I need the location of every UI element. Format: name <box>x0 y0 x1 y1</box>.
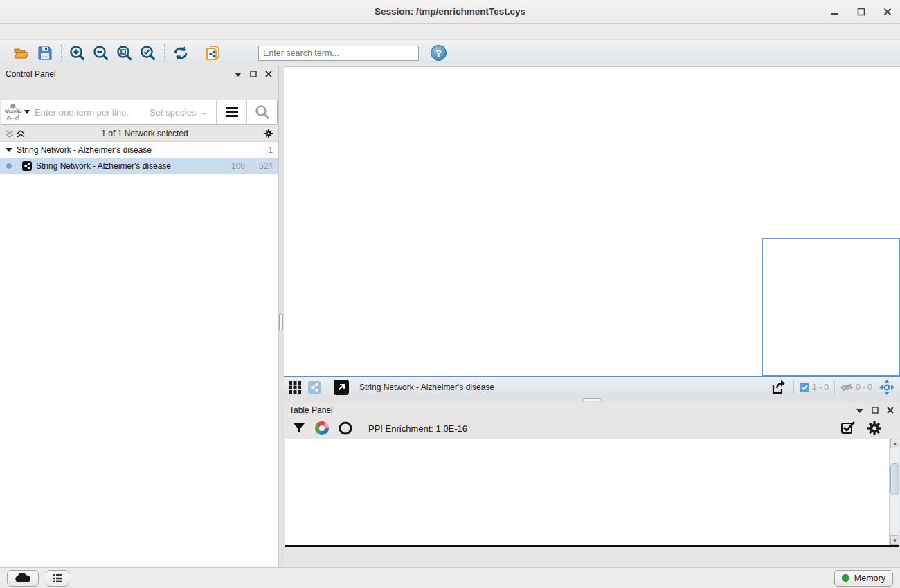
species-hint: Set species → <box>150 100 216 124</box>
main-toolbar: ? <box>0 40 900 66</box>
table-scrollbar[interactable]: ▲ ▼ <box>889 439 899 545</box>
pan-tool-icon[interactable] <box>878 378 896 396</box>
panel-float-icon[interactable] <box>871 406 879 414</box>
selected-count-badge: 1 - 0 <box>800 383 829 392</box>
cytoscape-window: Session: /tmp/enrichmentTest.cys <box>0 0 900 588</box>
string-query-input[interactable] <box>32 100 150 124</box>
task-list-button[interactable] <box>46 570 69 587</box>
network-tree: String Network - Alzheimer's disease 1 S… <box>0 142 278 174</box>
current-network-dot <box>6 163 12 169</box>
network-type-icon <box>22 161 32 171</box>
tree-expander-icon[interactable] <box>6 147 12 153</box>
network-view-title: String Network - Alzheimer's disease <box>359 383 764 392</box>
collapse-all-icon[interactable] <box>6 129 14 138</box>
filter-icon[interactable] <box>292 421 306 435</box>
control-panel-tabs <box>0 82 278 98</box>
network-from-file-icon[interactable] <box>204 44 223 63</box>
memory-status-dot <box>842 574 849 582</box>
list-icon <box>53 573 62 583</box>
string-logo-dropdown[interactable]: STRING <box>1 100 32 124</box>
refresh-icon[interactable] <box>171 44 190 63</box>
network-selection-bar: 1 of 1 Network selected <box>0 126 278 142</box>
panel-float-icon[interactable] <box>249 70 258 78</box>
string-search-icon[interactable] <box>246 100 277 124</box>
select-columns-icon[interactable] <box>840 421 856 436</box>
table-panel-title: Table Panel <box>289 405 333 415</box>
table-tabs <box>284 547 900 567</box>
zoom-fit-icon[interactable] <box>115 44 134 63</box>
window-title: Session: /tmp/enrichmentTest.cys <box>0 6 900 17</box>
enrichment-chart-icon[interactable] <box>314 421 330 436</box>
status-bar: Memory <box>0 567 900 588</box>
table-settings-gear-icon[interactable] <box>867 421 882 436</box>
divider-handle[interactable] <box>279 313 283 331</box>
panel-close-icon[interactable] <box>886 406 894 414</box>
memory-button[interactable]: Memory <box>834 570 893 587</box>
view-toolbar: String Network - Alzheimer's disease 1 -… <box>284 376 900 397</box>
string-options-icon[interactable] <box>216 100 246 124</box>
eye-off-icon <box>840 383 853 392</box>
svg-text:STRING: STRING <box>5 110 21 114</box>
share-view-icon[interactable] <box>307 380 321 394</box>
memory-label: Memory <box>854 573 885 583</box>
string-search-bar: STRING Set species → <box>1 100 278 125</box>
detach-view-icon[interactable] <box>333 379 350 396</box>
splitter-grip[interactable] <box>583 398 601 401</box>
cloud-status-button[interactable] <box>7 570 39 587</box>
cloud-icon <box>14 573 32 584</box>
rings-toggle-icon[interactable] <box>338 421 353 436</box>
network-node-count: 100 <box>231 161 245 171</box>
hidden-count-badge: 0 - 0 <box>840 383 872 392</box>
control-panel-titlebar: Control Panel <box>0 66 278 82</box>
network-collection-row[interactable]: String Network - Alzheimer's disease 1 <box>0 142 278 158</box>
enrichment-toolbar: PPI Enrichment: 1.0E-16 <box>284 418 900 439</box>
collection-count: 1 <box>268 145 273 155</box>
open-file-icon[interactable] <box>12 44 31 63</box>
table-panel: Table Panel PPI Enrichment: 1.0E-16 <box>284 403 900 567</box>
collection-label: String Network - Alzheimer's disease <box>17 145 152 155</box>
control-panel-empty-area <box>0 174 278 567</box>
grid-view-icon[interactable] <box>288 380 302 394</box>
expand-all-icon[interactable] <box>17 129 25 138</box>
gear-icon[interactable] <box>264 129 273 138</box>
table-panel-titlebar: Table Panel <box>284 403 900 418</box>
chevron-down-icon <box>24 110 30 114</box>
save-session-icon[interactable] <box>35 44 55 63</box>
selected-checkbox-icon <box>800 383 809 392</box>
control-panel-title: Control Panel <box>6 69 56 79</box>
menu-bar <box>0 24 900 40</box>
network-label: String Network - Alzheimer's disease <box>36 161 171 171</box>
scroll-thumb[interactable] <box>890 463 899 495</box>
zoom-in-icon[interactable] <box>68 44 87 63</box>
network-edge-count: 524 <box>249 161 273 171</box>
panel-menu-icon[interactable] <box>234 70 242 78</box>
network-row[interactable]: String Network - Alzheimer's disease 100… <box>0 158 278 174</box>
scroll-up-icon[interactable]: ▲ <box>890 439 899 448</box>
scroll-down-icon[interactable]: ▼ <box>890 535 899 545</box>
export-network-icon[interactable] <box>770 378 788 396</box>
selection-status-text: 1 of 1 Network selected <box>25 129 264 138</box>
zoom-selected-icon[interactable] <box>138 44 158 63</box>
close-button[interactable] <box>882 6 893 17</box>
maximize-button[interactable] <box>856 6 867 17</box>
control-panel: Control Panel STRING Set species → <box>0 66 279 567</box>
panel-divider[interactable] <box>279 66 284 567</box>
zoom-out-icon[interactable] <box>91 44 111 63</box>
enrichment-table-container[interactable]: ▲ ▼ <box>285 439 899 547</box>
title-bar: Session: /tmp/enrichmentTest.cys <box>0 0 900 24</box>
panel-menu-icon[interactable] <box>856 406 864 414</box>
birdseye-panel[interactable] <box>762 238 900 376</box>
horizontal-splitter[interactable] <box>284 397 900 403</box>
help-icon[interactable]: ? <box>429 44 448 63</box>
ppi-enrichment-text: PPI Enrichment: 1.0E-16 <box>368 423 832 434</box>
minimize-button[interactable] <box>829 6 840 17</box>
search-input[interactable] <box>258 46 419 61</box>
network-canvas[interactable] <box>284 66 900 376</box>
panel-close-icon[interactable] <box>264 70 273 78</box>
svg-text:?: ? <box>435 48 442 59</box>
